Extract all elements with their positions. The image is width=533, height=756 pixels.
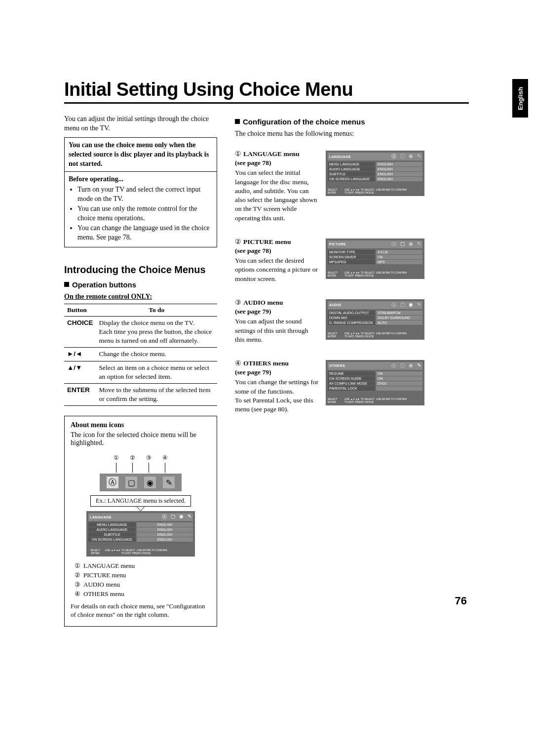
language-tab: English [512,79,528,118]
picture-icon: ▢ [400,153,405,160]
table-row: ►/◄ Change the choice menu. [64,348,217,361]
config-menu-title: ②PICTURE menu [235,238,319,246]
picture-icon: ▢ [400,362,405,369]
config-menu-title: ④OTHERS menu [235,359,319,368]
osd-screenshot: PICTURE Ⓐ▢◉✎ MONITOR TYPE4:3 LBSCREEN SA… [326,239,424,279]
table-row: ENTER Move to the submenu of the selecte… [64,384,217,406]
language-icon: Ⓐ [391,302,396,309]
list-item: You can change the language used in the … [77,224,213,242]
before-operating-box: Before operating... Turn on your TV and … [64,172,217,247]
others-icon: ✎ [417,241,421,248]
details-note: For details on each choice menu, see "Co… [71,602,211,619]
table-header-todo: To do [96,304,217,316]
table-row: ▲/▼ Select an item on a choice menu or s… [64,361,217,383]
others-icon: ✎ [417,153,421,160]
about-icons-box: About menu icons The icon for the select… [64,416,217,626]
language-icon: Ⓐ [391,362,396,369]
button-description: Select an item on a choice menu or selec… [96,361,217,383]
configuration-intro: The choice menu has the following menus: [235,130,467,138]
config-menu-description: You can select the initial language for … [235,168,319,222]
language-icon: Ⓐ [162,514,167,520]
before-operating-heading: Before operating... [69,175,213,184]
others-icon: ✎ [417,302,421,309]
button-label: ENTER [64,384,96,406]
config-menu-see-page: (see page 78) [235,159,319,167]
remote-only-note: On the remote control ONLY: [64,293,217,301]
button-description: Move to the submenu of the selected item… [96,384,217,406]
others-icon: ✎ [163,477,175,488]
config-menu-title: ①LANGUAGE menu [235,150,319,159]
button-label: ►/◄ [64,348,96,361]
button-label: ▲/▼ [64,361,96,383]
table-row: CHOICE Display the choice menu on the TV… [64,316,217,348]
others-icon: ✎ [417,362,421,369]
button-description: Change the choice menu. [96,348,217,361]
note-box: You can use the choice menu only when th… [64,137,217,172]
config-menu-description: You can select the desired options conce… [235,256,319,283]
picture-icon: ▢ [171,514,175,520]
intro-paragraph: You can adjust the initial settings thro… [64,115,217,133]
list-item: Turn on your TV and select the correct i… [77,185,213,204]
example-osd: LANGUAGE Ⓐ ▢ ◉ ✎ MENU LANGUAGEENGLISH AU… [86,511,195,557]
button-description: Display the choice menu on the TV. Each … [96,316,217,348]
osd-screenshot: OTHERS Ⓐ▢◉✎ RESUMEONON SCREEN GUIDEONAV … [326,360,424,405]
about-icons-menu-list: ①LANGUAGE menu ②PICTURE menu ③AUDIO menu… [75,561,211,598]
icon-strip: Ⓐ ▢ ◉ ✎ [100,474,182,491]
title-rule [64,102,469,104]
osd-screenshot: AUDIO Ⓐ▢◉✎ DIGITAL AUDIO OUTPUTSTREAM/PC… [326,299,424,340]
list-item: You can use only the remote control for … [77,204,213,223]
osd-screenshot: LANGUAGE Ⓐ▢◉✎ MENU LANGUAGEENGLISHAUDIO … [326,151,424,196]
config-menu-see-page: (see page 79) [235,368,319,377]
picture-icon: ▢ [125,477,137,488]
page-number: 76 [455,595,467,607]
operation-buttons-heading: Operation buttons [64,280,217,289]
audio-icon: ◉ [409,302,413,309]
config-menu-item: ③AUDIO menu(see page 79)You can adjust t… [235,298,467,344]
config-menu-title: ③AUDIO menu [235,298,319,307]
config-menu-item: ①LANGUAGE menu(see page 78)You can selec… [235,150,467,223]
picture-icon: ▢ [400,241,405,248]
language-icon: Ⓐ [107,477,118,488]
audio-icon: ◉ [409,241,413,248]
config-menu-see-page: (see page 78) [235,246,319,255]
about-icons-text: The icon for the selected choice menu wi… [71,431,211,447]
example-label: Ex.: LANGUAGE menu is selected. [90,495,191,507]
config-menu-item: ②PICTURE menu(see page 78)You can select… [235,238,467,283]
button-label: CHOICE [64,316,96,348]
audio-icon: ◉ [409,153,413,160]
table-header-button: Button [64,304,96,316]
example-illustration: ① ② ③ ④ Ⓐ ▢ ◉ ✎ Ex.: LANGUAGE menu is se… [71,454,211,557]
config-menu-item: ④OTHERS menu(see page 79)You can change … [235,359,467,414]
audio-icon: ◉ [144,477,156,488]
configuration-heading: Configuration of the choice menus [235,118,467,126]
about-icons-title: About menu icons [71,421,211,429]
button-table: Button To do CHOICE Display the choice m… [64,304,217,406]
config-menu-see-page: (see page 79) [235,307,319,316]
audio-icon: ◉ [409,362,413,369]
introducing-heading: Introducing the Choice Menus [64,264,217,276]
config-menu-description: You can change the settings for some of … [235,378,319,414]
audio-icon: ◉ [179,514,184,520]
config-menu-description: You can adjust the sound settings of thi… [235,317,319,344]
picture-icon: ▢ [400,302,405,309]
before-operating-list: Turn on your TV and select the correct i… [69,185,213,242]
page-title: Initial Setting Using Choice Menu [64,79,469,100]
others-icon: ✎ [188,514,191,520]
language-icon: Ⓐ [391,153,396,160]
language-icon: Ⓐ [391,241,396,248]
